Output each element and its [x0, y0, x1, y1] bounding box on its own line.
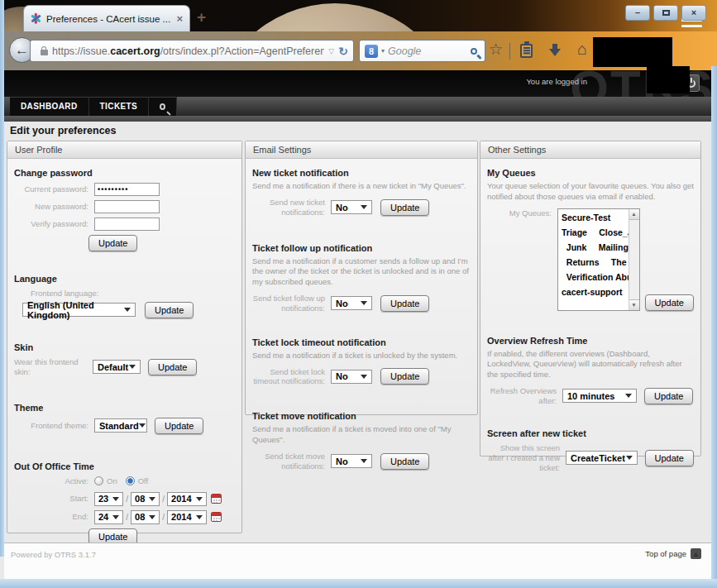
end-day-select[interactable]: 24: [94, 510, 123, 524]
section-description: Send me a notification if a ticket is un…: [252, 351, 471, 361]
update-follow-up-button[interactable]: Update: [380, 295, 429, 312]
home-icon[interactable]: ⌂: [577, 40, 587, 59]
calendar-icon[interactable]: [211, 494, 222, 504]
refresh-overviews-label: Refresh Overviews after:: [487, 386, 557, 406]
update-my-queues-button[interactable]: Update: [645, 294, 694, 311]
new-tab-button[interactable]: +: [197, 9, 206, 25]
verify-password-field[interactable]: [94, 218, 160, 231]
search-icon: [160, 103, 165, 110]
url-bar[interactable]: https://issue.cacert.org/otrs/index.pl?A…: [30, 40, 354, 62]
select-arrow-icon: [139, 423, 146, 428]
bookmarks-panel-icon[interactable]: [520, 44, 533, 58]
start-day-select[interactable]: 23: [94, 492, 123, 506]
active-off-radio[interactable]: [126, 476, 135, 485]
lock-timeout-notification-select[interactable]: No: [331, 370, 372, 384]
update-refresh-button[interactable]: Update: [644, 388, 693, 404]
update-language-button[interactable]: Update: [145, 302, 194, 318]
skin-select[interactable]: Default: [93, 360, 141, 374]
follow-up-notification-select[interactable]: No: [331, 296, 372, 310]
google-engine-icon[interactable]: 8: [365, 45, 378, 58]
refresh-select[interactable]: 10 minutes: [562, 389, 637, 403]
panel-other-settings: Other Settings My Queues Your queue sele…: [480, 141, 701, 457]
panel-user-profile: User Profile Change password Current pas…: [7, 141, 242, 533]
send-move-label: Send ticket move notifications:: [252, 452, 325, 471]
update-theme-button[interactable]: Update: [155, 418, 203, 434]
queue-option[interactable]: cacert-support: [558, 287, 623, 297]
queue-option[interactable]: Returns: [558, 257, 600, 267]
reload-icon[interactable]: ↻: [338, 45, 348, 58]
date-separator: /: [162, 513, 165, 522]
update-screen-after-button[interactable]: Update: [645, 450, 694, 466]
language-select[interactable]: English (United Kingdom): [22, 303, 136, 317]
close-button[interactable]: ×: [681, 5, 706, 21]
persona-planet-large: [211, 3, 459, 31]
end-year-select[interactable]: 2014: [167, 510, 206, 524]
engine-dropdown-icon[interactable]: ▾: [381, 47, 385, 55]
update-lock-timeout-button[interactable]: Update: [380, 368, 429, 385]
queue-option[interactable]: Triage: [558, 227, 587, 237]
start-month-select[interactable]: 08: [131, 492, 160, 506]
date-separator: /: [126, 495, 128, 504]
tab-close-icon[interactable]: ×: [176, 13, 183, 24]
maximize-button[interactable]: [653, 5, 678, 21]
active-on-radio[interactable]: [94, 476, 103, 485]
current-password-field[interactable]: [94, 183, 160, 196]
scroll-down-icon[interactable]: ▼: [629, 299, 639, 310]
section-follow-up-notification: Ticket follow up notification: [252, 243, 471, 253]
end-label: End:: [14, 512, 88, 522]
tab-title: Preferences - CAcert issue ...: [46, 14, 171, 24]
screen-after-label: Show this screen after I created a new t…: [487, 443, 560, 473]
minimize-button[interactable]: –: [625, 5, 650, 21]
update-new-ticket-button[interactable]: Update: [380, 199, 429, 216]
new-ticket-notification-select[interactable]: No: [331, 200, 372, 214]
screen-after-select[interactable]: CreateTicket: [566, 451, 638, 465]
section-new-ticket-notification: New ticket notification: [252, 168, 471, 178]
nav-item-tickets[interactable]: TICKETS: [89, 97, 150, 116]
section-lock-timeout-notification: Ticket lock timeout notification: [252, 337, 471, 347]
search-bar[interactable]: 8 ▾ Google: [359, 40, 485, 62]
otrs-nav: DASHBOARD TICKETS: [4, 97, 711, 116]
select-arrow-icon: [149, 497, 155, 501]
downloads-icon[interactable]: [549, 44, 561, 57]
update-skin-button[interactable]: Update: [148, 359, 197, 375]
search-input[interactable]: Google: [388, 45, 467, 57]
window-border-left: [0, 0, 4, 557]
update-move-button[interactable]: Update: [380, 453, 429, 470]
arrow-up-icon: ▲: [691, 548, 701, 559]
select-arrow-icon: [196, 515, 203, 519]
browser-tab[interactable]: Preferences - CAcert issue ... ×: [23, 5, 190, 31]
nav-item-dashboard[interactable]: DASHBOARD: [10, 97, 89, 116]
verify-password-label: Verify password:: [14, 219, 88, 229]
section-screen-after-new-ticket: Screen after new ticket: [487, 428, 694, 438]
section-overview-refresh: Overview Refresh Time: [487, 336, 694, 346]
search-go-icon[interactable]: [471, 48, 477, 55]
end-month-select[interactable]: 08: [131, 510, 160, 524]
date-separator: /: [126, 513, 128, 522]
calendar-icon[interactable]: [211, 512, 222, 522]
bookmark-star-icon[interactable]: ☆: [489, 41, 503, 57]
listbox-scrollbar[interactable]: ▲ ▼: [629, 209, 639, 310]
redaction-box: [647, 66, 690, 93]
url-text[interactable]: https://issue.cacert.org/otrs/index.pl?A…: [52, 45, 324, 57]
main-content: Edit your preferences User Profile Chang…: [4, 122, 711, 543]
date-separator: /: [162, 495, 165, 504]
queue-option[interactable]: Mailings: [590, 242, 633, 252]
select-arrow-icon: [112, 515, 119, 519]
url-dropdown-icon[interactable]: ▽: [328, 47, 334, 55]
theme-select[interactable]: Standard: [94, 418, 147, 433]
my-queues-listbox[interactable]: Secure-Test Triage Close_Junk Junk Maili…: [557, 208, 640, 311]
queue-option[interactable]: Junk: [558, 242, 586, 252]
panel-header: Other Settings: [480, 141, 700, 159]
nav-search-button[interactable]: [149, 97, 177, 116]
queue-option[interactable]: Secure-Test: [558, 213, 610, 222]
move-notification-select[interactable]: No: [331, 454, 372, 468]
send-lock-timeout-label: Send ticket lock timeout notifications:: [252, 367, 325, 387]
active-on-label: On: [107, 476, 117, 485]
scroll-up-icon[interactable]: ▲: [629, 209, 639, 220]
top-of-page-link[interactable]: Top of page ▲: [645, 548, 701, 559]
new-password-field[interactable]: [94, 200, 160, 213]
select-arrow-icon: [625, 394, 632, 398]
powered-by-text: Powered by OTRS 3.1.7: [11, 550, 96, 559]
start-year-select[interactable]: 2014: [167, 492, 206, 506]
update-password-button[interactable]: Update: [88, 235, 137, 251]
